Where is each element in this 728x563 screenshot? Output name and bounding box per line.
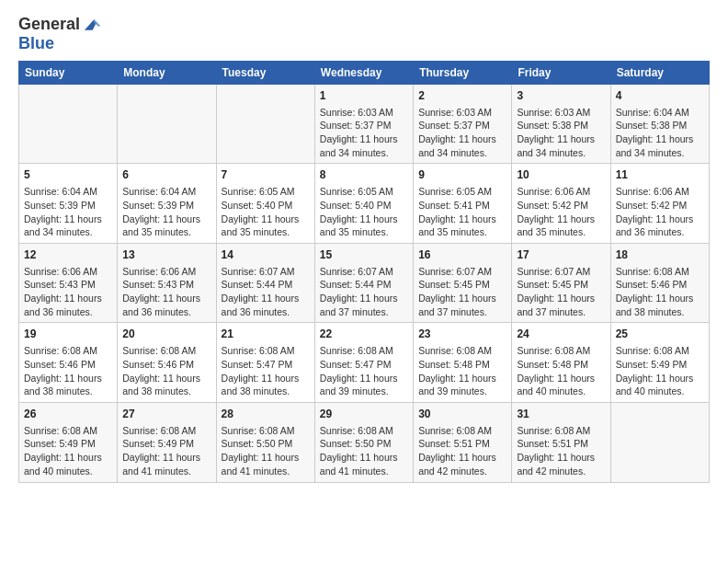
day-info: Sunrise: 6:08 AM Sunset: 5:48 PM Dayligh… [517, 344, 605, 398]
day-number: 6 [122, 167, 210, 183]
calendar-cell [19, 84, 118, 164]
day-number: 21 [222, 327, 310, 342]
weekday-header-thursday: Thursday [414, 61, 512, 84]
calendar-cell: 15Sunrise: 6:07 AM Sunset: 5:44 PM Dayli… [314, 243, 413, 323]
calendar-cell [216, 84, 314, 164]
day-info: Sunrise: 6:03 AM Sunset: 5:37 PM Dayligh… [418, 106, 506, 160]
day-number: 26 [24, 407, 112, 422]
day-number: 5 [24, 167, 112, 183]
page-header: General Blue [18, 15, 710, 53]
day-number: 4 [616, 88, 704, 104]
day-info: Sunrise: 6:08 AM Sunset: 5:47 PM Dayligh… [320, 344, 408, 398]
day-info: Sunrise: 6:04 AM Sunset: 5:39 PM Dayligh… [122, 185, 210, 239]
day-info: Sunrise: 6:08 AM Sunset: 5:46 PM Dayligh… [24, 344, 112, 398]
day-number: 29 [320, 407, 408, 422]
day-number: 13 [122, 247, 210, 263]
day-number: 8 [320, 167, 408, 183]
day-info: Sunrise: 6:06 AM Sunset: 5:42 PM Dayligh… [517, 185, 605, 239]
calendar-cell: 29Sunrise: 6:08 AM Sunset: 5:50 PM Dayli… [314, 402, 413, 482]
logo-general: General [18, 16, 80, 34]
calendar-cell: 7Sunrise: 6:05 AM Sunset: 5:40 PM Daylig… [216, 164, 314, 244]
calendar-cell: 6Sunrise: 6:04 AM Sunset: 5:39 PM Daylig… [118, 164, 216, 244]
day-info: Sunrise: 6:07 AM Sunset: 5:45 PM Dayligh… [418, 265, 506, 319]
logo: General Blue [18, 15, 102, 53]
day-info: Sunrise: 6:08 AM Sunset: 5:49 PM Dayligh… [24, 424, 112, 478]
day-info: Sunrise: 6:08 AM Sunset: 5:49 PM Dayligh… [122, 424, 210, 478]
day-number: 12 [24, 247, 112, 263]
day-info: Sunrise: 6:05 AM Sunset: 5:40 PM Dayligh… [222, 185, 310, 239]
day-info: Sunrise: 6:04 AM Sunset: 5:39 PM Dayligh… [24, 185, 112, 239]
calendar-cell: 16Sunrise: 6:07 AM Sunset: 5:45 PM Dayli… [414, 243, 512, 323]
day-number: 14 [222, 247, 310, 263]
calendar-cell: 26Sunrise: 6:08 AM Sunset: 5:49 PM Dayli… [19, 402, 118, 482]
weekday-header-sunday: Sunday [19, 61, 118, 84]
calendar-cell: 13Sunrise: 6:06 AM Sunset: 5:43 PM Dayli… [118, 243, 216, 323]
day-info: Sunrise: 6:08 AM Sunset: 5:49 PM Dayligh… [616, 344, 704, 398]
calendar-cell: 21Sunrise: 6:08 AM Sunset: 5:47 PM Dayli… [216, 323, 314, 403]
calendar-cell: 27Sunrise: 6:08 AM Sunset: 5:49 PM Dayli… [118, 402, 216, 482]
calendar-cell: 9Sunrise: 6:05 AM Sunset: 5:41 PM Daylig… [414, 164, 512, 244]
week-row-5: 26Sunrise: 6:08 AM Sunset: 5:49 PM Dayli… [19, 402, 710, 482]
day-info: Sunrise: 6:04 AM Sunset: 5:38 PM Dayligh… [616, 106, 704, 160]
calendar-cell [610, 402, 709, 482]
weekday-header-saturday: Saturday [610, 61, 709, 84]
calendar-table: SundayMondayTuesdayWednesdayThursdayFrid… [18, 61, 710, 483]
day-number: 25 [616, 327, 704, 342]
day-info: Sunrise: 6:03 AM Sunset: 5:37 PM Dayligh… [320, 106, 408, 160]
calendar-cell: 2Sunrise: 6:03 AM Sunset: 5:37 PM Daylig… [414, 84, 512, 164]
week-row-3: 12Sunrise: 6:06 AM Sunset: 5:43 PM Dayli… [19, 243, 710, 323]
day-info: Sunrise: 6:05 AM Sunset: 5:41 PM Dayligh… [418, 185, 506, 239]
calendar-cell: 22Sunrise: 6:08 AM Sunset: 5:47 PM Dayli… [314, 323, 413, 403]
logo-blue: Blue [18, 34, 54, 52]
day-info: Sunrise: 6:07 AM Sunset: 5:44 PM Dayligh… [320, 265, 408, 319]
calendar-cell [118, 84, 216, 164]
day-number: 19 [24, 327, 112, 342]
day-number: 2 [418, 88, 506, 104]
calendar-cell: 18Sunrise: 6:08 AM Sunset: 5:46 PM Dayli… [610, 243, 709, 323]
calendar-cell: 28Sunrise: 6:08 AM Sunset: 5:50 PM Dayli… [216, 402, 314, 482]
day-info: Sunrise: 6:08 AM Sunset: 5:48 PM Dayligh… [418, 344, 506, 398]
logo-icon [82, 15, 102, 35]
day-info: Sunrise: 6:08 AM Sunset: 5:50 PM Dayligh… [320, 424, 408, 478]
day-number: 27 [122, 407, 210, 422]
day-info: Sunrise: 6:03 AM Sunset: 5:38 PM Dayligh… [517, 106, 605, 160]
day-number: 30 [418, 407, 506, 422]
day-info: Sunrise: 6:07 AM Sunset: 5:44 PM Dayligh… [222, 265, 310, 319]
day-info: Sunrise: 6:06 AM Sunset: 5:43 PM Dayligh… [122, 265, 210, 319]
calendar-cell: 1Sunrise: 6:03 AM Sunset: 5:37 PM Daylig… [314, 84, 413, 164]
day-number: 15 [320, 247, 408, 263]
calendar-cell: 19Sunrise: 6:08 AM Sunset: 5:46 PM Dayli… [19, 323, 118, 403]
weekday-header-friday: Friday [512, 61, 610, 84]
week-row-2: 5Sunrise: 6:04 AM Sunset: 5:39 PM Daylig… [19, 164, 710, 244]
day-number: 22 [320, 327, 408, 342]
calendar-cell: 8Sunrise: 6:05 AM Sunset: 5:40 PM Daylig… [314, 164, 413, 244]
calendar-cell: 20Sunrise: 6:08 AM Sunset: 5:46 PM Dayli… [118, 323, 216, 403]
calendar-cell: 17Sunrise: 6:07 AM Sunset: 5:45 PM Dayli… [512, 243, 610, 323]
day-info: Sunrise: 6:08 AM Sunset: 5:51 PM Dayligh… [517, 424, 605, 478]
calendar-cell: 25Sunrise: 6:08 AM Sunset: 5:49 PM Dayli… [610, 323, 709, 403]
day-number: 23 [418, 327, 506, 342]
day-number: 10 [517, 167, 605, 183]
calendar-cell: 24Sunrise: 6:08 AM Sunset: 5:48 PM Dayli… [512, 323, 610, 403]
day-info: Sunrise: 6:08 AM Sunset: 5:46 PM Dayligh… [616, 265, 704, 319]
week-row-1: 1Sunrise: 6:03 AM Sunset: 5:37 PM Daylig… [19, 84, 710, 164]
day-number: 18 [616, 247, 704, 263]
day-number: 1 [320, 88, 408, 104]
day-number: 11 [616, 167, 704, 183]
day-number: 3 [517, 88, 605, 104]
week-row-4: 19Sunrise: 6:08 AM Sunset: 5:46 PM Dayli… [19, 323, 710, 403]
day-info: Sunrise: 6:08 AM Sunset: 5:51 PM Dayligh… [418, 424, 506, 478]
calendar-cell: 3Sunrise: 6:03 AM Sunset: 5:38 PM Daylig… [512, 84, 610, 164]
day-info: Sunrise: 6:08 AM Sunset: 5:47 PM Dayligh… [222, 344, 310, 398]
calendar-cell: 12Sunrise: 6:06 AM Sunset: 5:43 PM Dayli… [19, 243, 118, 323]
weekday-header-row: SundayMondayTuesdayWednesdayThursdayFrid… [19, 61, 710, 84]
calendar-cell: 30Sunrise: 6:08 AM Sunset: 5:51 PM Dayli… [414, 402, 512, 482]
day-info: Sunrise: 6:08 AM Sunset: 5:50 PM Dayligh… [222, 424, 310, 478]
day-number: 24 [517, 327, 605, 342]
day-number: 7 [222, 167, 310, 183]
day-number: 16 [418, 247, 506, 263]
day-number: 9 [418, 167, 506, 183]
calendar-cell: 4Sunrise: 6:04 AM Sunset: 5:38 PM Daylig… [610, 84, 709, 164]
weekday-header-tuesday: Tuesday [216, 61, 314, 84]
weekday-header-monday: Monday [118, 61, 216, 84]
